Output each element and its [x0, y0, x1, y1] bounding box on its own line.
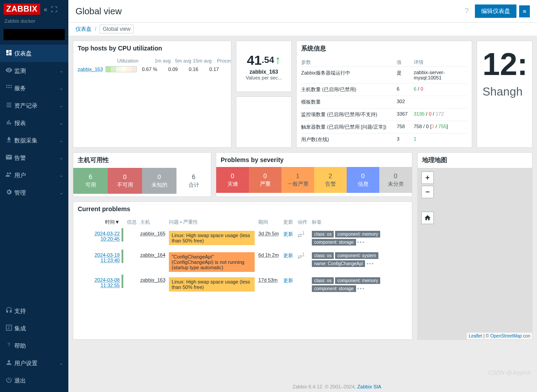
dashboard-menu-button[interactable]: ≡ — [519, 5, 530, 17]
sidebar-item-监测[interactable]: 监测⌄ — [0, 62, 68, 79]
host-link[interactable]: zabbix_163 — [78, 67, 105, 72]
time-link[interactable]: 2024-03-19 11:23:40 — [95, 252, 120, 263]
time-link[interactable]: 2024-03-22 10:20:45 — [95, 231, 120, 242]
table-row: 2024-03-08 11:32:55 zabbix_163 Linux: Hi… — [73, 275, 412, 296]
chevron-down-icon: ⌄ — [59, 190, 63, 195]
more-tags-icon[interactable]: ••• — [357, 286, 365, 291]
tag[interactable]: component: system — [335, 252, 378, 259]
sidebar-item-仪表盘[interactable]: 仪表盘 — [0, 45, 68, 62]
svg-point-3 — [6, 85, 8, 86]
titlebar: Global view ? 编辑仪表盘 ≡ — [68, 0, 537, 23]
map-zoom-out-button[interactable]: − — [421, 186, 434, 198]
host-link[interactable]: zabbix_165 — [140, 231, 165, 236]
chevron-down-icon: ⌄ — [59, 121, 63, 125]
duration-link[interactable]: 6d 1h 2m — [258, 252, 279, 258]
zabbix-logo[interactable]: ZABBIX — [4, 4, 40, 15]
edit-dashboard-button[interactable]: 编辑仪表盘 — [475, 4, 516, 18]
tag[interactable]: component: memory — [335, 231, 380, 238]
sidebar-item-服务[interactable]: 服务⌄ — [0, 79, 68, 97]
cpu-row: zabbix_163 0.67 % 0.09 0.16 0.17 773 — [78, 64, 227, 74]
map-zoom-in-button[interactable]: + — [421, 171, 434, 184]
sidebar-item-帮助[interactable]: ?帮助 — [0, 337, 68, 354]
dashboard-icon — [5, 49, 14, 58]
avail-box-不可用[interactable]: 0不可用 — [108, 168, 142, 194]
update-link[interactable]: 更新 — [283, 278, 293, 283]
severity-box-严重[interactable]: 0严重 — [249, 167, 281, 193]
osm-link[interactable]: OpenStreetMap — [490, 334, 522, 338]
sidebar-item-集成[interactable]: Z集成 — [0, 320, 68, 337]
widget-current-problems: Current problems 时间▼ 信息 主机 问题 • 严重性 期间 更… — [73, 201, 412, 340]
leaflet-link[interactable]: Leaflet — [469, 334, 482, 338]
footer: Zabbix 6.4.12. © 2001–2024, Zabbix SIA — [137, 381, 537, 392]
clock-time: 12: — [482, 46, 527, 82]
avail-box-合计[interactable]: 6合计 — [176, 168, 211, 194]
tag[interactable]: component: storage — [312, 285, 356, 292]
widget-item-value: 41.54↑ zabbix_163 Values per sec... — [236, 41, 292, 92]
tag[interactable]: class: os — [312, 252, 334, 259]
page-title: Global view — [76, 6, 465, 17]
table-row: 2024-03-19 11:23:40 zabbix_164 "ConfigCh… — [73, 250, 412, 275]
zabbix-sia-link[interactable]: Zabbix SIA — [357, 384, 382, 389]
sidebar-item-用户[interactable]: 用户⌄ — [0, 167, 68, 184]
sidebar-item-告警[interactable]: 告警⌄ — [0, 149, 68, 167]
sysinfo-row: 监控项数量 (已启用/已禁用/不支持)33673195 / 0 / 172 — [301, 108, 467, 121]
update-link[interactable]: 更新 — [283, 231, 293, 237]
action-icon[interactable]: ⇄1 — [298, 254, 305, 260]
map-canvas[interactable]: + − Leaflet | © OpenStreetMap con — [418, 168, 532, 339]
widget-title: Top hosts by CPU utilization — [73, 41, 231, 55]
avail-box-可用[interactable]: 6可用 — [73, 168, 108, 194]
users-icon — [5, 171, 14, 179]
breadcrumb: 仪表盘 / Global view — [68, 23, 537, 36]
severity-box-灾难[interactable]: 0灾难 — [216, 167, 249, 193]
time-link[interactable]: 2024-03-08 11:32:55 — [95, 277, 120, 288]
collapse-icon[interactable]: « — [44, 6, 47, 13]
avail-box-未知的[interactable]: 0未知的 — [142, 168, 176, 194]
sidebar-item-用户设置[interactable]: 用户设置⌄ — [0, 354, 68, 372]
widget-empty — [236, 96, 292, 148]
tag[interactable]: component: storage — [312, 239, 356, 246]
tag[interactable]: class: os — [312, 231, 334, 238]
more-tags-icon[interactable]: ••• — [357, 239, 365, 245]
kiosk-icon[interactable]: ⛶ — [51, 6, 57, 13]
severity-box-告警[interactable]: 2告警 — [314, 167, 347, 193]
problem-cell[interactable]: "ConfigChangeApi" (ConfigChangeApi) is n… — [169, 252, 255, 272]
sidebar-item-资产记录[interactable]: 资产记录⌄ — [0, 97, 68, 114]
map-home-button[interactable] — [421, 212, 434, 224]
power-icon — [5, 376, 14, 385]
sidebar-item-数据采集[interactable]: 数据采集⌄ — [0, 132, 68, 149]
duration-link[interactable]: 17d 53m — [258, 277, 277, 283]
sidebar-item-退出[interactable]: 退出 — [0, 372, 68, 389]
severity-box-信息[interactable]: 0信息 — [347, 167, 379, 193]
breadcrumb-current: Global view — [100, 25, 134, 33]
update-link[interactable]: 更新 — [283, 253, 293, 258]
breadcrumb-root[interactable]: 仪表盘 — [76, 26, 92, 32]
tag[interactable]: class: os — [312, 277, 334, 284]
sidebar-item-管理[interactable]: 管理⌄ — [0, 184, 68, 201]
more-tags-icon[interactable]: ••• — [366, 261, 374, 266]
duration-link[interactable]: 3d 2h 5m — [258, 231, 279, 236]
search-input[interactable] — [6, 32, 73, 38]
sidebar-item-支持[interactable]: 支持 — [0, 302, 68, 320]
svg-point-1 — [8, 87, 10, 88]
widget-system-info: 系统信息 参数 值 详情 Zabbix服务器端运行中是zabbix-server… — [296, 41, 472, 148]
problem-cell[interactable]: Linux: High swap space usage (less than … — [169, 277, 255, 292]
sidebar-item-报表[interactable]: 报表⌄ — [0, 114, 68, 132]
search-box[interactable] — [4, 29, 65, 40]
svg-point-2 — [10, 87, 12, 88]
host-link[interactable]: zabbix_164 — [140, 252, 165, 258]
problem-cell[interactable]: Linux: High swap space usage (less than … — [169, 231, 255, 245]
table-row: 2024-03-22 10:20:45 zabbix_165 Linux: Hi… — [73, 228, 412, 250]
host-link[interactable]: zabbix_163 — [140, 277, 165, 283]
watermark: CSDN @JiayinX — [488, 369, 531, 376]
svg-text:Z: Z — [8, 325, 10, 330]
tag[interactable]: name: ConfigChangeApi — [312, 260, 365, 267]
action-icon[interactable]: ⇄1 — [298, 232, 305, 238]
clock-timezone: Shangh — [482, 85, 527, 99]
z-icon: Z — [5, 324, 14, 333]
severity-box-未分类[interactable]: 0未分类 — [379, 167, 412, 193]
value-int: 41 — [247, 53, 261, 68]
help-icon: ? — [5, 342, 14, 350]
help-icon[interactable]: ? — [465, 7, 469, 15]
severity-box-一般严重[interactable]: 1一般严重 — [281, 167, 314, 193]
tag[interactable]: component: memory — [335, 277, 380, 284]
